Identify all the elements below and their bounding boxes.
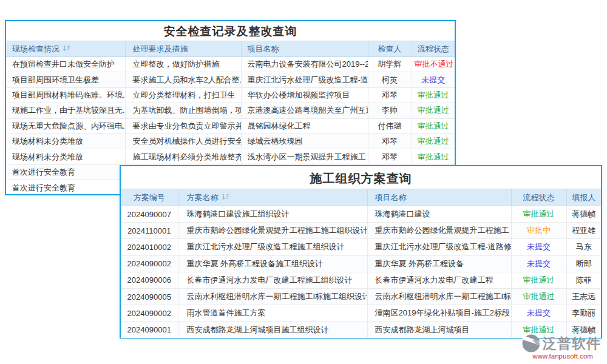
cell-project[interactable]: 绿城云栖玫瑰园: [241, 133, 368, 149]
column-header-name[interactable]: 方案名称: [178, 189, 367, 206]
cell-name[interactable]: 雨水管道首件施工方案: [178, 305, 367, 322]
column-header-project: 项目名称: [367, 189, 511, 206]
cell-situation: 在预留检查井口未做安全防护: [6, 57, 125, 72]
cell-status: 审批通过: [511, 288, 566, 305]
cell-inspector[interactable]: 邓琴: [368, 133, 412, 149]
column-header-inspector: 检查人: [368, 41, 412, 57]
column-label: 方案编号: [134, 193, 165, 202]
cell-status: 审批通过: [412, 87, 455, 103]
cell-code[interactable]: 2024090005: [121, 288, 178, 305]
cell-measure: 施工现场材料必须分类堆放整齐...: [125, 149, 241, 164]
cell-reporter[interactable]: 王志远: [566, 288, 601, 305]
cell-name[interactable]: 长春市伊通河水力发电厂改建工程施工组织设计: [178, 272, 367, 288]
construction-plan-table: 方案编号方案名称项目名称流程状态填报人 2024090007珠海鹤港口建设施工组…: [121, 189, 601, 338]
sort-icon[interactable]: [63, 45, 70, 54]
cell-project[interactable]: 云南电力设备安装有限公司2019--2020年度: [241, 57, 368, 72]
cell-project[interactable]: 珠海鹤港口建设: [367, 206, 511, 223]
cell-measure: 要求由专业分包负责立即警示并...: [125, 118, 241, 133]
column-label: 流程状态: [523, 193, 555, 202]
cell-project[interactable]: 重庆市鹅岭公园绿化景观提升工程施工: [367, 223, 511, 239]
cell-project[interactable]: 西安成都路龙湖上河城项目: [367, 322, 511, 338]
cell-measure: 立即分类整理材料，打扫卫生: [125, 87, 241, 103]
cell-reporter[interactable]: 陈菲: [566, 272, 601, 288]
construction-plan-title: 施工组织方案查询: [121, 166, 601, 189]
cell-project[interactable]: 重庆华夏 外高桥工程设备: [367, 255, 511, 272]
cell-name[interactable]: 云南水利枢纽潜明水库一期工程施工I标施工组织设计: [178, 288, 367, 305]
cell-inspector[interactable]: 胡学辉: [368, 57, 412, 72]
cell-situation: 现施工作业，由于基坑较深且无...: [6, 103, 125, 118]
cell-code[interactable]: 2024090007: [121, 206, 178, 223]
cell-project[interactable]: 潼南区2019年绿化补贴项目-施工2标段: [367, 305, 511, 322]
fanpu-logo-icon: [521, 333, 541, 354]
cell-situation: 首次进行安全教育: [6, 164, 125, 180]
cell-project[interactable]: 浅水湾小区一期景观提升工程施工: [241, 149, 368, 164]
column-label: 项目名称: [375, 193, 407, 202]
cell-project[interactable]: 华软办公楼增加视频监控项目: [241, 87, 368, 103]
cell-code[interactable]: 2024090006: [121, 272, 178, 288]
cell-project[interactable]: 京港澳高速公路粤境韶关至广州互通路面改: [241, 103, 368, 118]
cell-project[interactable]: 重庆江北污水处理厂级改造工程-道路修复: [367, 239, 511, 255]
cell-inspector[interactable]: 邓琴: [368, 149, 412, 164]
column-label: 检查人: [378, 44, 402, 53]
cell-name[interactable]: 重庆华夏 外高桥工程设备施工组织设计: [178, 255, 367, 272]
column-header-status: 流程状态: [412, 41, 455, 57]
cell-code[interactable]: 2024090002: [121, 305, 178, 322]
brand-name: 泛普软件: [543, 334, 601, 353]
cell-name[interactable]: 西安成都路龙湖上河城项目施工组织设计: [178, 322, 367, 338]
cell-code[interactable]: 2024110001: [121, 223, 178, 239]
column-label: 流程状态: [418, 44, 449, 53]
cell-inspector[interactable]: 柯英: [368, 72, 412, 87]
cell-reporter[interactable]: 程亚雄: [566, 223, 601, 239]
safety-inspection-title: 安全检查记录及整改查询: [6, 21, 455, 41]
table-row: 2024090002重庆华夏 外高桥工程设备施工组织设计重庆华夏 外高桥工程设备…: [121, 255, 601, 272]
construction-plan-window: 施工组织方案查询 方案编号方案名称项目名称流程状态填报人 2024090007珠…: [120, 165, 602, 339]
table-row: 现场材料未分类堆放施工现场材料必须分类堆放整齐...浅水湾小区一期景观提升工程施…: [6, 149, 455, 164]
fanpu-brand: 泛普软件 www.fanpusoft.com: [521, 333, 605, 360]
cell-status: 审批通过: [412, 149, 455, 164]
cell-name[interactable]: 重庆市鹅岭公园绿化景观提升工程施工施工组织设计: [178, 223, 367, 239]
safety-inspection-table-header: 现场检查情况处理要求及措施项目名称检查人流程状态: [6, 41, 455, 57]
cell-reporter[interactable]: 马东: [566, 239, 601, 255]
cell-status: 审批中: [511, 223, 566, 239]
column-header-situation[interactable]: 现场检查情况: [6, 41, 125, 57]
cell-project[interactable]: 长春市伊通河水力发电厂改建工程: [367, 272, 511, 288]
cell-name[interactable]: 珠海鹤港口建设施工组织设计: [178, 206, 367, 223]
table-row: 2024090006长春市伊通河水力发电厂改建工程施工组织设计长春市伊通河水力发…: [121, 272, 601, 288]
cell-measure: 为基坑卸载、防止围墙倒塌，项...: [125, 103, 241, 118]
table-row: 现场材料未分类堆放安全员对机械操作人员进行安全...绿城云栖玫瑰园邓琴审批通过: [6, 133, 455, 149]
cell-name[interactable]: 重庆江北污水处理厂级改造工程施工组织设计: [178, 239, 367, 255]
cell-status: 审批通过: [511, 272, 566, 288]
column-label: 项目名称: [248, 44, 279, 53]
cell-inspector[interactable]: 付伟璐: [368, 118, 412, 133]
cell-code[interactable]: 2024090002: [121, 255, 178, 272]
cell-code[interactable]: 2024090001: [121, 322, 178, 338]
cell-reporter[interactable]: 李勤丽: [566, 305, 601, 322]
table-row: 在预留检查井口未做安全防护立即整改，做好防护措施云南电力设备安装有限公司2019…: [6, 57, 455, 72]
sort-icon[interactable]: [222, 194, 229, 203]
cell-status: 未提交: [511, 305, 566, 322]
cell-project[interactable]: 重庆江北污水处理厂级改造工程-道路修复: [241, 72, 368, 87]
cell-project[interactable]: 晟铭园林绿化工程: [241, 118, 368, 133]
table-row: 2024110001重庆市鹅岭公园绿化景观提升工程施工施工组织设计重庆市鹅岭公园…: [121, 223, 601, 239]
cell-project[interactable]: 云南水利枢纽潜明水库一期工程施工I标: [367, 288, 511, 305]
brand-url[interactable]: www.fanpusoft.com: [521, 352, 605, 360]
cell-measure: 要求施工人员和水车2人配合整...: [125, 72, 241, 87]
cell-status: 未提交: [412, 72, 455, 87]
cell-measure: 立即整改，做好防护措施: [125, 57, 241, 72]
table-row: 现场无重大危险点源、内环强电...要求由专业分包负责立即警示并...晟铭园林绿化…: [6, 118, 455, 133]
cell-status: 审批通过: [412, 103, 455, 118]
cell-reporter[interactable]: 断郎: [566, 255, 601, 272]
table-row: 2024090005云南水利枢纽潜明水库一期工程施工I标施工组织设计云南水利枢纽…: [121, 288, 601, 305]
cell-status: 未提交: [511, 239, 566, 255]
cell-status: 审批通过: [511, 206, 566, 223]
cell-status: 审批通过: [412, 133, 455, 149]
table-row: 2024090002雨水管道首件施工方案潼南区2019年绿化补贴项目-施工2标段…: [121, 305, 601, 322]
cell-situation: 现场无重大危险点源、内环强电...: [6, 118, 125, 133]
cell-situation: 现场材料未分类堆放: [6, 133, 125, 149]
cell-inspector[interactable]: 邓琴: [368, 87, 412, 103]
cell-reporter[interactable]: 蒋德帧: [566, 206, 601, 223]
column-label: 方案名称: [187, 193, 219, 202]
cell-code[interactable]: 2024010002: [121, 239, 178, 255]
cell-inspector[interactable]: 李帅: [368, 103, 412, 118]
column-header-code: 方案编号: [121, 189, 178, 206]
